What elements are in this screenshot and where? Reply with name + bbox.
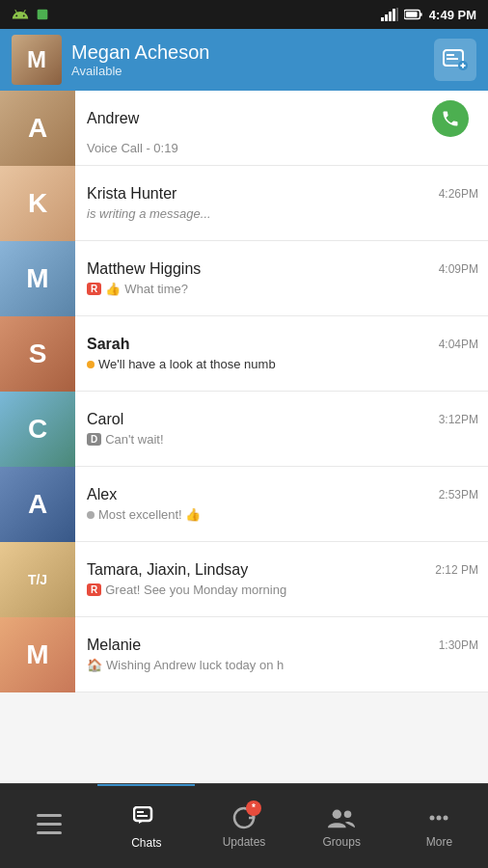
chat-item-melanie[interactable]: M Melanie 1:30PM 🏠 Wishing Andrew luck t… xyxy=(0,617,488,692)
svg-rect-4 xyxy=(393,9,395,21)
svg-rect-14 xyxy=(462,64,464,68)
chat-preview-carol: D Can't wait! xyxy=(87,432,478,447)
nav-item-menu[interactable] xyxy=(0,784,97,868)
chat-time-krista: 4:26PM xyxy=(439,187,478,201)
chat-preview-andrew: Voice Call - 0:19 xyxy=(87,141,478,155)
svg-point-24 xyxy=(430,815,435,820)
nav-item-updates[interactable]: * Updates xyxy=(195,784,292,868)
status-bar: 4:49 PM xyxy=(0,0,488,29)
header-text: Megan Acheson Available xyxy=(71,41,209,78)
signal-icon xyxy=(381,8,398,21)
avatar-carol: C xyxy=(0,392,75,467)
updates-badge: * xyxy=(246,800,261,816)
bbm-icon xyxy=(133,805,160,832)
chat-name-matthew: Matthew Higgins xyxy=(87,260,201,278)
status-dot-sarah xyxy=(87,361,95,368)
chat-time-tamara: 2:12 PM xyxy=(435,563,478,577)
avatar-tamara: T/J xyxy=(0,542,75,617)
avatar-melanie: M xyxy=(0,617,75,692)
chat-item-tamara[interactable]: T/J Tamara, Jiaxin, Lindsay 2:12 PM R Gr… xyxy=(0,542,488,617)
chat-content-alex: Alex 2:53PM Most excellent! 👍 xyxy=(75,467,488,541)
chat-time-melanie: 1:30PM xyxy=(439,638,478,652)
status-left-icons xyxy=(12,6,50,23)
svg-point-26 xyxy=(444,815,448,820)
chat-time-matthew: 4:09PM xyxy=(439,262,478,276)
svg-rect-17 xyxy=(37,831,62,834)
svg-rect-0 xyxy=(38,10,48,20)
chat-item-sarah[interactable]: S Sarah 4:04PM We'll have a look at thos… xyxy=(0,316,488,392)
badge-d-carol: D xyxy=(87,433,101,446)
chat-name-carol: Carol xyxy=(87,411,123,428)
nav-label-updates: Updates xyxy=(223,835,266,849)
time-display: 4:49 PM xyxy=(429,8,476,22)
svg-rect-8 xyxy=(420,13,422,16)
chat-content-sarah: Sarah 4:04PM We'll have a look at those … xyxy=(75,316,488,391)
avatar-andrew: A xyxy=(0,91,75,166)
chat-content-matthew: Matthew Higgins 4:09PM R 👍 What time? xyxy=(75,241,488,315)
chat-name-tamara: Tamara, Jiaxin, Lindsay xyxy=(87,561,248,579)
svg-rect-1 xyxy=(381,17,384,21)
nav-label-more: More xyxy=(426,835,452,849)
updates-icon-wrap: * xyxy=(230,804,258,831)
main-content: M Megan Acheson Available A xyxy=(0,29,488,783)
chat-name-alex: Alex xyxy=(87,486,117,503)
nav-item-groups[interactable]: Groups xyxy=(293,784,391,868)
badge-r-tamara: R xyxy=(87,583,101,596)
chat-name-andrew: Andrew xyxy=(87,110,139,127)
svg-rect-18 xyxy=(134,807,151,821)
avatar-alex: A xyxy=(0,467,75,542)
chat-content-krista: Krista Hunter 4:26PM is writing a messag… xyxy=(75,166,488,240)
chat-list: A Andrew Voice Call - 0:19 K xyxy=(0,91,488,783)
svg-rect-20 xyxy=(137,815,148,817)
call-icon-andrew xyxy=(432,100,469,137)
groups-icon xyxy=(328,804,355,831)
chat-item-alex[interactable]: A Alex 2:53PM Most excellent! 👍 xyxy=(0,467,488,542)
add-chat-icon xyxy=(442,46,469,73)
more-icon xyxy=(425,804,452,831)
bottom-nav: Chats * Updates Groups xyxy=(0,783,488,868)
chat-preview-melanie: 🏠 Wishing Andrew luck today on h xyxy=(87,658,478,672)
nav-item-chats[interactable]: Chats xyxy=(97,784,195,868)
svg-rect-7 xyxy=(406,12,418,16)
svg-point-22 xyxy=(333,809,341,818)
svg-rect-11 xyxy=(447,58,458,60)
avatar-sarah: S xyxy=(0,316,75,392)
nav-label-chats: Chats xyxy=(131,836,161,850)
android-icon xyxy=(12,6,29,23)
chat-preview-sarah: We'll have a look at those numb xyxy=(87,357,478,371)
chat-time-alex: 2:53PM xyxy=(439,488,478,502)
menu-icon xyxy=(36,811,63,838)
svg-rect-15 xyxy=(37,814,62,817)
chat-item-krista[interactable]: K Krista Hunter 4:26PM is writing a mess… xyxy=(0,166,488,241)
user-status: Available xyxy=(71,64,209,78)
phone-status-icon xyxy=(35,7,50,22)
chat-content-tamara: Tamara, Jiaxin, Lindsay 2:12 PM R Great!… xyxy=(75,542,488,616)
svg-rect-5 xyxy=(396,8,398,21)
svg-rect-16 xyxy=(37,823,62,826)
chat-item-matthew[interactable]: M Matthew Higgins 4:09PM R 👍 What time? xyxy=(0,241,488,316)
svg-rect-2 xyxy=(385,14,388,21)
chat-preview-krista: is writing a message... xyxy=(87,206,478,221)
chat-item-andrew[interactable]: A Andrew Voice Call - 0:19 xyxy=(0,91,488,166)
chat-content-andrew: Andrew Voice Call - 0:19 xyxy=(75,91,488,165)
add-chat-button[interactable] xyxy=(434,39,476,81)
avatar-krista: K xyxy=(0,166,75,241)
badge-r-matthew: R xyxy=(87,283,101,295)
user-avatar: M xyxy=(12,35,62,85)
header: M Megan Acheson Available xyxy=(0,29,488,91)
chat-time-carol: 3:12PM xyxy=(439,413,478,426)
svg-rect-10 xyxy=(447,54,454,56)
chat-content-carol: Carol 3:12PM D Can't wait! xyxy=(75,392,488,466)
chat-preview-alex: Most excellent! 👍 xyxy=(87,507,478,522)
chat-name-krista: Krista Hunter xyxy=(87,185,176,203)
chat-item-carol[interactable]: C Carol 3:12PM D Can't wait! xyxy=(0,392,488,467)
chat-content-melanie: Melanie 1:30PM 🏠 Wishing Andrew luck tod… xyxy=(75,617,488,692)
chat-time-sarah: 4:04PM xyxy=(439,338,478,351)
svg-point-25 xyxy=(437,815,442,820)
battery-icon xyxy=(404,9,423,20)
chat-name-sarah: Sarah xyxy=(87,336,129,353)
svg-rect-19 xyxy=(137,811,144,813)
nav-item-more[interactable]: More xyxy=(391,784,488,868)
chat-preview-tamara: R Great! See you Monday morning xyxy=(87,583,478,597)
nav-label-groups: Groups xyxy=(323,835,361,849)
